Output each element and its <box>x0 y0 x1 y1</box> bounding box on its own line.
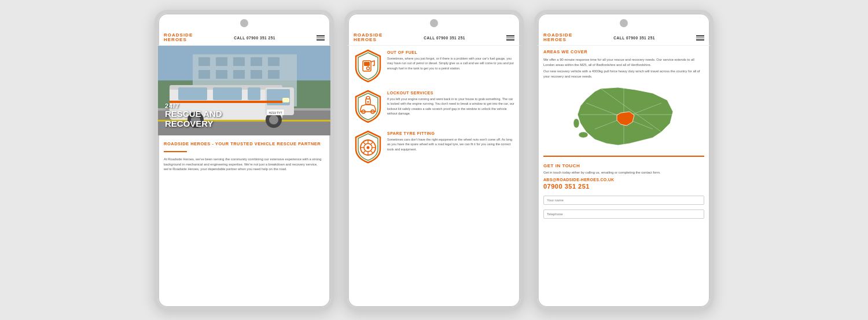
get-in-touch-body: Get in touch today either by calling us,… <box>543 170 704 175</box>
svg-rect-4 <box>216 57 227 66</box>
areas-content: AREAS WE COVER We offer a 90-minute resp… <box>538 46 710 307</box>
logo-3: ROADSIDE HEROES <box>543 33 572 43</box>
areas-title: AREAS WE COVER <box>543 49 704 54</box>
svg-point-54 <box>579 132 588 138</box>
name-input[interactable] <box>543 196 704 205</box>
header-call-3: CALL 07900 351 251 <box>613 36 655 40</box>
tablet3-header: ROADSIDE HEROES CALL 07900 351 251 <box>538 30 710 46</box>
tablet1-body: ROADSIDE HEROES - YOUR TRUSTED VEHICLE R… <box>158 135 330 307</box>
logo-heroes-3: HEROES <box>543 38 572 43</box>
logo-heroes-2: HEROES <box>354 38 382 43</box>
tablet1-divider <box>164 151 187 152</box>
svg-rect-10 <box>233 70 245 79</box>
svg-rect-28 <box>282 98 289 102</box>
svg-rect-11 <box>251 70 262 79</box>
service-title-lock: LOCKOUT SERVICES <box>387 91 514 95</box>
svg-rect-5 <box>233 57 245 66</box>
areas-body2: Our new recovery vehicle with a 4000kg p… <box>543 69 704 79</box>
tablet1-section-title: ROADSIDE HEROES - YOUR TRUSTED VEHICLE R… <box>164 141 325 146</box>
shield-lock-icon <box>354 90 382 123</box>
svg-point-33 <box>367 67 370 70</box>
contact-section: GET IN TOUCH Get in touch today either b… <box>543 160 704 221</box>
svg-rect-6 <box>251 57 262 66</box>
service-desc-fuel: Sometimes, where you just forgot, or if … <box>387 56 514 71</box>
svg-line-47 <box>371 142 373 145</box>
logo-heroes-1: HEROES <box>164 38 193 43</box>
tablet-2: ROADSIDE HEROES CALL 07900 351 251 <box>344 10 524 311</box>
logo-2: ROADSIDE HEROES <box>354 33 382 43</box>
service-title-tyre: SPARE TYRE FITTING <box>387 131 514 135</box>
service-desc-lock: If you left your engine running and went… <box>387 97 514 116</box>
svg-rect-20 <box>178 87 207 100</box>
hero-image-1: HZ19 TYT 24/7 RESCUE AND RECOVERY <box>158 46 330 135</box>
logo-1: ROADSIDE HEROES <box>164 33 193 43</box>
svg-point-55 <box>573 119 579 128</box>
hero-overlay-text: 24/7 RESCUE AND RECOVERY <box>165 102 222 128</box>
telephone-input[interactable] <box>543 209 704 219</box>
contact-phone: 07900 351 251 <box>543 183 704 190</box>
areas-body1: We offer a 90-minute response time for a… <box>543 57 704 67</box>
service-item-fuel: OUT OF FUEL Sometimes, where you just fo… <box>354 49 514 83</box>
svg-rect-32 <box>364 62 370 66</box>
svg-point-40 <box>367 146 370 149</box>
hero-title: RESCUE AND RECOVERY <box>165 109 222 128</box>
tablet2-header: ROADSIDE HEROES CALL 07900 351 251 <box>348 30 520 46</box>
service-text-fuel: OUT OF FUEL Sometimes, where you just fo… <box>387 49 514 71</box>
svg-rect-12 <box>268 70 279 79</box>
svg-point-26 <box>269 115 278 124</box>
service-title-fuel: OUT OF FUEL <box>387 50 514 54</box>
svg-line-48 <box>363 151 366 153</box>
menu-icon-1[interactable] <box>317 35 325 41</box>
svg-rect-21 <box>213 87 242 100</box>
shield-tyre-icon <box>354 130 382 164</box>
tablet1-header: ROADSIDE HEROES CALL 07900 351 251 <box>158 30 330 46</box>
tablets-container: ROADSIDE HEROES CALL 07900 351 251 <box>0 0 868 320</box>
svg-rect-22 <box>248 87 260 100</box>
areas-divider <box>543 156 704 157</box>
service-item-lock: LOCKOUT SERVICES If you left your engine… <box>354 90 514 123</box>
svg-point-37 <box>367 101 369 103</box>
svg-rect-3 <box>198 57 210 66</box>
svg-text:HZ19 TYT: HZ19 TYT <box>269 111 282 115</box>
header-call-2: CALL 07900 351 251 <box>424 36 465 40</box>
header-call-1: CALL 07900 351 251 <box>234 36 275 40</box>
tablet-1: ROADSIDE HEROES CALL 07900 351 251 <box>155 10 334 311</box>
services-content: OUT OF FUEL Sometimes, where you just fo… <box>348 46 520 307</box>
shield-fuel-icon <box>354 49 382 83</box>
map-svg <box>566 83 682 152</box>
svg-line-45 <box>363 142 366 145</box>
svg-rect-9 <box>216 70 227 79</box>
tablet1-body-text: At Roadside Heroes, we've been serving t… <box>164 157 325 172</box>
menu-icon-2[interactable] <box>506 35 514 41</box>
service-item-tyre: SPARE TYRE FITTING Sometimes cars don't … <box>354 130 514 164</box>
menu-icon-3[interactable] <box>696 35 704 41</box>
tablet-3: ROADSIDE HEROES CALL 07900 351 251 AREAS… <box>534 10 713 311</box>
contact-email: ABS@ROADSIDE-HEROES.CO.UK <box>543 178 704 182</box>
map-container <box>543 83 704 152</box>
svg-rect-7 <box>268 57 279 66</box>
svg-line-46 <box>371 151 373 153</box>
get-in-touch-title: GET IN TOUCH <box>543 163 704 169</box>
service-desc-tyre: Sometimes cars don't have the right equi… <box>387 137 514 152</box>
service-text-lock: LOCKOUT SERVICES If you left your engine… <box>387 90 514 116</box>
service-text-tyre: SPARE TYRE FITTING Sometimes cars don't … <box>387 130 514 152</box>
svg-rect-8 <box>198 70 210 79</box>
